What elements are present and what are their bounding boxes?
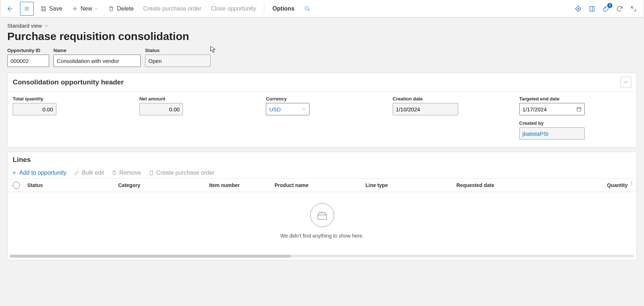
trash-icon: [111, 170, 117, 176]
field-targeted-end-date: Targeted end date: [519, 96, 631, 115]
net-amount-label: Net amount: [139, 96, 251, 102]
lines-toolbar: Add to opportunity Bulk edit Remove Crea…: [8, 167, 636, 179]
bulk-edit-button[interactable]: Bulk edit: [74, 170, 104, 176]
field-created-by: Created by: [519, 120, 631, 140]
consolidation-header-panel: Consolidation opportunity header Total q…: [7, 73, 637, 147]
save-label: Save: [49, 5, 62, 12]
field-creation-date: Creation date: [393, 96, 505, 115]
page-title: Purchase requisition consolidation: [7, 30, 637, 43]
field-opportunity-id: Opportunity ID: [7, 48, 49, 67]
plus-icon: [11, 170, 17, 176]
options-button[interactable]: Options: [269, 4, 297, 13]
document-icon: [148, 170, 154, 176]
opportunity-id-label: Opportunity ID: [7, 48, 49, 53]
add-to-opportunity-button[interactable]: Add to opportunity: [11, 170, 67, 176]
popout-button[interactable]: [630, 5, 637, 12]
status-input: [145, 55, 211, 67]
creation-date-input: [393, 103, 458, 115]
save-button[interactable]: Save: [37, 4, 65, 13]
field-total-quantity: Total quantity: [13, 96, 125, 115]
scrollbar-thumb[interactable]: [10, 255, 291, 258]
trash-icon: [108, 5, 115, 12]
create-po-button[interactable]: Create purchase order: [140, 4, 204, 13]
field-net-amount: Net amount: [139, 96, 251, 115]
target-end-input[interactable]: [519, 103, 585, 115]
svg-point-0: [305, 7, 308, 10]
lines-panel: Lines Add to opportunity Bulk edit Remov…: [7, 152, 637, 260]
calendar-icon[interactable]: [576, 106, 582, 112]
total-qty-label: Total quantity: [13, 96, 125, 102]
col-line-type[interactable]: Line type: [362, 182, 453, 188]
lines-title: Lines: [13, 156, 31, 164]
close-opp-label: Close opportunity: [211, 5, 256, 12]
popout-icon: [630, 5, 637, 12]
remove-label: Remove: [119, 170, 141, 176]
name-input[interactable]: [53, 55, 141, 67]
new-label: New: [80, 5, 92, 12]
panel-icon[interactable]: [588, 5, 596, 12]
chevron-up-icon: [623, 79, 629, 85]
toolbar-separator: [264, 4, 264, 14]
more-vertical-icon: [629, 181, 634, 186]
lines-horizontal-scrollbar[interactable]: [10, 255, 634, 258]
collapse-button[interactable]: [620, 77, 631, 88]
consolidation-header-title: Consolidation opportunity header: [13, 78, 124, 86]
currency-label: Currency: [266, 96, 378, 102]
chevron-down-icon: [44, 23, 49, 28]
col-status[interactable]: Status: [24, 182, 115, 188]
attachment-badge: 0: [607, 3, 612, 8]
status-label: Status: [145, 48, 211, 53]
net-amount-input: [139, 103, 183, 115]
field-currency: Currency USD: [266, 96, 378, 115]
created-by-label: Created by: [519, 120, 631, 126]
opportunity-id-input[interactable]: [7, 55, 49, 67]
new-button[interactable]: New: [69, 4, 101, 13]
name-label: Name: [53, 48, 141, 53]
add-label: Add to opportunity: [19, 170, 67, 176]
empty-illustration: [310, 203, 334, 227]
col-requested-date[interactable]: Requested date: [453, 182, 536, 188]
delete-label: Delete: [117, 5, 133, 12]
select-all-toggle[interactable]: [13, 182, 20, 189]
col-item-number[interactable]: Item number: [205, 182, 271, 188]
close-opportunity-button[interactable]: Close opportunity: [208, 4, 259, 13]
refresh-button[interactable]: [616, 5, 623, 12]
target-end-label: Targeted end date: [519, 96, 631, 102]
lines-create-po-button[interactable]: Create purchase order: [148, 170, 215, 176]
attachment-button[interactable]: 0: [602, 5, 609, 12]
hamburger-icon: [24, 5, 30, 12]
delete-button[interactable]: Delete: [105, 4, 136, 13]
action-pane: Save New Delete Create purchase order Cl…: [0, 0, 644, 17]
view-label: Standard view: [7, 23, 42, 29]
field-status: Status: [145, 48, 211, 67]
svg-point-1: [631, 182, 632, 182]
options-label: Options: [272, 5, 294, 12]
empty-box-icon: [315, 208, 329, 222]
search-button[interactable]: [301, 4, 313, 13]
lines-grid-empty: We didn't find anything to show here.: [8, 192, 636, 253]
save-icon: [40, 5, 47, 12]
pencil-icon: [74, 170, 80, 176]
col-product-name[interactable]: Product name: [271, 182, 362, 188]
view-selector[interactable]: Standard view: [7, 21, 49, 30]
svg-point-2: [631, 183, 632, 184]
back-button[interactable]: [3, 2, 16, 16]
diamond-icon[interactable]: [575, 5, 582, 12]
lines-grid-header: Status Category Item number Product name…: [8, 179, 636, 192]
created-by-input: [519, 127, 585, 140]
empty-message: We didn't find anything to show here.: [280, 233, 364, 239]
arrow-left-icon: [6, 5, 13, 12]
menu-toggle-button[interactable]: [20, 2, 34, 16]
col-category[interactable]: Category: [115, 182, 205, 188]
lines-create-po-label: Create purchase order: [156, 170, 215, 176]
currency-select[interactable]: USD: [266, 103, 309, 115]
grid-more-button[interactable]: [629, 181, 634, 186]
total-qty-input: [13, 103, 56, 115]
plus-icon: [72, 5, 78, 12]
creation-date-label: Creation date: [393, 96, 505, 102]
chevron-down-icon: [94, 7, 99, 11]
remove-button[interactable]: Remove: [111, 170, 141, 176]
search-icon: [304, 5, 311, 12]
create-po-label: Create purchase order: [143, 5, 201, 12]
bulk-label: Bulk edit: [82, 170, 104, 176]
